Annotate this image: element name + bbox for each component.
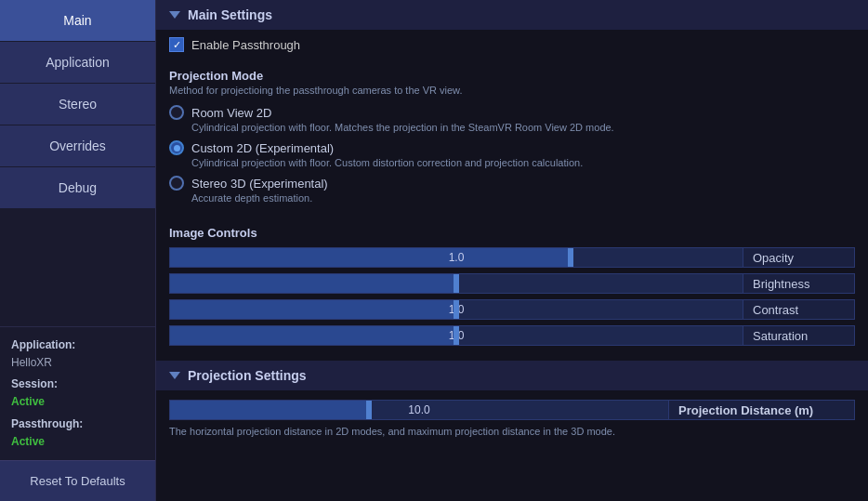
session-value: Active — [11, 395, 45, 408]
contrast-label: Contrast — [743, 299, 855, 320]
opacity-value: 1.0 — [170, 251, 743, 264]
sidebar-item-application[interactable]: Application — [0, 42, 155, 84]
projection-distance-value: 10.0 — [170, 403, 668, 416]
radio-custom-2d-button[interactable] — [169, 140, 184, 155]
radio-room-view-2d-desc: Cylindrical projection with floor. Match… — [191, 122, 855, 133]
brightness-slider-row: 1 Brightness — [169, 273, 855, 294]
projection-mode-description: Method for projectioing the passthrough … — [169, 85, 855, 96]
application-value: HelloXR — [11, 356, 52, 369]
saturation-slider-row: 1.0 Saturation — [169, 325, 855, 346]
radio-custom-2d-label: Custom 2D (Experimental) — [191, 141, 334, 155]
projection-settings-collapse-icon[interactable] — [169, 372, 180, 379]
image-controls-title: Image Controls — [169, 226, 855, 240]
sidebar-info: Application: HelloXR Session: Active Pas… — [0, 326, 155, 460]
sidebar-item-debug[interactable]: Debug — [0, 167, 155, 209]
enable-passthrough-checkbox[interactable]: ✓ — [169, 37, 184, 52]
projection-distance-slider[interactable]: 10.0 — [169, 400, 669, 420]
opacity-slider-row: 1.0 Opacity — [169, 247, 855, 268]
main-content: Main Settings ✓ Enable Passthrough Proje… — [156, 0, 868, 501]
application-label: Application: — [11, 338, 75, 351]
enable-passthrough-label: Enable Passthrough — [191, 38, 300, 52]
projection-distance-label: Projection Distance (m) — [669, 400, 855, 420]
radio-stereo-3d-button[interactable] — [169, 176, 184, 191]
sidebar: Main Application Stereo Overrides Debug … — [0, 0, 156, 501]
saturation-label: Saturation — [743, 325, 855, 346]
sidebar-item-overrides[interactable]: Overrides — [0, 125, 155, 167]
projection-settings-section: 10.0 Projection Distance (m) The horizon… — [156, 390, 868, 450]
radio-stereo-3d: Stereo 3D (Experimental) Accurate depth … — [169, 176, 855, 204]
projection-distance-row: 10.0 Projection Distance (m) — [169, 400, 855, 420]
projection-mode-title: Projection Mode — [169, 69, 855, 83]
passthrough-label: Passthrough: — [11, 417, 83, 430]
projection-settings-header: Projection Settings — [156, 361, 868, 390]
contrast-slider-row: 1.0 Contrast — [169, 299, 855, 320]
collapse-icon[interactable] — [169, 11, 180, 19]
brightness-label: Brightness — [743, 273, 855, 294]
radio-room-view-2d-label: Room View 2D — [191, 106, 271, 120]
opacity-label: Opacity — [743, 247, 855, 268]
opacity-slider[interactable]: 1.0 — [169, 247, 743, 268]
radio-stereo-3d-label: Stereo 3D (Experimental) — [191, 177, 328, 191]
projection-distance-description: The horizontal projection distance in 2D… — [169, 426, 855, 441]
sidebar-item-main[interactable]: Main — [0, 0, 155, 42]
sidebar-item-stereo[interactable]: Stereo — [0, 84, 155, 125]
radio-custom-2d: Custom 2D (Experimental) Cylindrical pro… — [169, 140, 855, 168]
saturation-slider[interactable]: 1.0 — [169, 325, 743, 346]
main-settings-title: Main Settings — [188, 7, 272, 22]
brightness-slider[interactable]: 1 — [169, 273, 743, 294]
projection-mode-section: Projection Mode Method for projectioing … — [156, 59, 868, 217]
contrast-slider[interactable]: 1.0 — [169, 299, 743, 320]
session-label: Session: — [11, 377, 58, 390]
image-controls-section: Image Controls 1.0 Opacity 1 Brightness — [156, 217, 868, 361]
radio-room-view-2d: Room View 2D Cylindrical projection with… — [169, 105, 855, 133]
sidebar-nav: Main Application Stereo Overrides Debug — [0, 0, 155, 326]
radio-room-view-2d-button[interactable] — [169, 105, 184, 120]
radio-custom-2d-desc: Cylindrical projection with floor. Custo… — [191, 157, 855, 168]
main-settings-header: Main Settings — [156, 0, 868, 30]
enable-passthrough-row: ✓ Enable Passthrough — [156, 30, 868, 59]
passthrough-value: Active — [11, 435, 45, 448]
projection-settings-title: Projection Settings — [188, 368, 307, 383]
radio-stereo-3d-desc: Accurate depth estimation. — [191, 192, 855, 204]
reset-defaults-button[interactable]: Reset To Defaults — [0, 460, 155, 501]
